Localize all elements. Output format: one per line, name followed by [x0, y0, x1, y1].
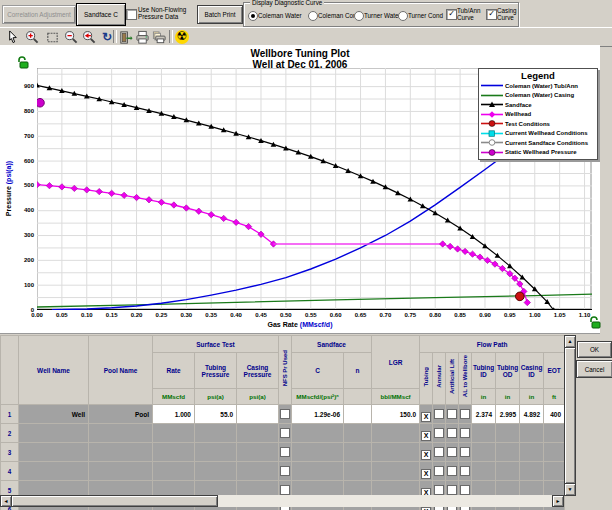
cell-tubing-pressure[interactable] [195, 424, 237, 443]
cell-n[interactable] [344, 462, 372, 481]
cell-tubing-od[interactable] [496, 462, 520, 481]
radio-coleman-water[interactable] [248, 11, 258, 21]
cell-c[interactable] [292, 424, 344, 443]
cell-artificial-lift[interactable] [446, 405, 459, 424]
radio-turner-cond[interactable] [398, 11, 408, 21]
cell-casing-id[interactable] [520, 443, 544, 462]
cell-well[interactable] [19, 462, 89, 481]
grid-vertical-scrollbar[interactable]: ▲ ▼ [564, 335, 576, 495]
al-to-wellbore-checkbox[interactable] [460, 428, 470, 438]
cell-annular[interactable] [433, 405, 446, 424]
annular-checkbox[interactable] [434, 485, 444, 495]
cell-pool[interactable] [89, 443, 153, 462]
cell-annular[interactable] [433, 424, 446, 443]
row-number[interactable]: 3 [1, 443, 19, 462]
cell-annular[interactable] [433, 462, 446, 481]
artificial-lift-checkbox[interactable] [447, 409, 457, 419]
tubing-checkbox[interactable]: X [421, 469, 431, 479]
cell-annular[interactable] [433, 443, 446, 462]
cell-pool[interactable] [89, 424, 153, 443]
cell-pool[interactable]: Pool [89, 405, 153, 424]
cell-casing-id[interactable] [520, 462, 544, 481]
cell-rate[interactable] [153, 462, 195, 481]
cell-artificial-lift[interactable] [446, 443, 459, 462]
cell-al-to-wellbore[interactable] [459, 405, 472, 424]
cell-n[interactable] [344, 424, 372, 443]
nfs-checkbox[interactable] [280, 447, 290, 457]
al-to-wellbore-checkbox[interactable] [460, 466, 470, 476]
nfs-checkbox[interactable] [280, 428, 290, 438]
cell-tubing[interactable]: X [420, 443, 433, 462]
cell-rate[interactable]: 1.000 [153, 405, 195, 424]
cell-nfs[interactable] [279, 405, 292, 424]
scroll-down-button[interactable]: ▼ [564, 483, 576, 496]
cell-lgr[interactable] [372, 443, 420, 462]
cell-tubing-pressure[interactable] [195, 462, 237, 481]
batch-print-icon[interactable] [151, 29, 167, 45]
zoom-in-icon[interactable] [24, 29, 40, 45]
radio-turner-water[interactable] [354, 11, 364, 21]
scroll-right-button[interactable]: ► [552, 495, 564, 507]
artificial-lift-checkbox[interactable] [447, 485, 457, 495]
cell-eot[interactable]: 400 [544, 405, 565, 424]
cell-lgr[interactable] [372, 462, 420, 481]
tubing-checkbox[interactable]: X [421, 412, 431, 422]
sandface-c-button[interactable]: Sandface C [76, 3, 126, 26]
cell-al-to-wellbore[interactable] [459, 462, 472, 481]
cell-well[interactable]: Well [19, 405, 89, 424]
batch-print-button[interactable]: Batch Print [197, 5, 243, 24]
zoom-box-icon[interactable] [44, 29, 60, 45]
cell-casing-pressure[interactable] [237, 443, 279, 462]
horizontal-scroll-thumb[interactable] [11, 495, 218, 507]
tubing-checkbox[interactable]: X [421, 450, 431, 460]
cell-c[interactable]: 1.29e-06 [292, 405, 344, 424]
artificial-lift-checkbox[interactable] [447, 466, 457, 476]
cell-well[interactable] [19, 424, 89, 443]
cell-rate[interactable] [153, 443, 195, 462]
cell-c[interactable] [292, 462, 344, 481]
al-to-wellbore-checkbox[interactable] [460, 485, 470, 495]
nfs-checkbox[interactable] [280, 466, 290, 476]
zoom-out-icon[interactable] [63, 29, 79, 45]
cell-tubing[interactable]: X [420, 405, 433, 424]
cell-tubing-id[interactable] [472, 462, 496, 481]
cell-tubing-id[interactable] [472, 443, 496, 462]
nfs-checkbox[interactable] [280, 485, 290, 495]
cell-casing-pressure[interactable] [237, 424, 279, 443]
cell-lgr[interactable]: 150.0 [372, 405, 420, 424]
cell-casing-id[interactable] [520, 424, 544, 443]
radiation-icon[interactable]: ☢ [174, 29, 190, 45]
artificial-lift-checkbox[interactable] [447, 428, 457, 438]
row-number[interactable]: 1 [1, 405, 19, 424]
cell-well[interactable] [19, 443, 89, 462]
tub-ann-curve-checkbox[interactable]: ✓ [446, 9, 457, 20]
cell-tubing[interactable]: X [420, 424, 433, 443]
cell-tubing-id[interactable]: 2.374 [472, 405, 496, 424]
cell-al-to-wellbore[interactable] [459, 424, 472, 443]
al-to-wellbore-checkbox[interactable] [460, 447, 470, 457]
ok-button[interactable]: OK [577, 341, 612, 358]
cell-artificial-lift[interactable] [446, 424, 459, 443]
cell-n[interactable] [344, 443, 372, 462]
annular-checkbox[interactable] [434, 409, 444, 419]
cell-eot[interactable] [544, 462, 565, 481]
annular-checkbox[interactable] [434, 447, 444, 457]
cell-casing-pressure[interactable] [237, 405, 279, 424]
annular-checkbox[interactable] [434, 466, 444, 476]
cell-artificial-lift[interactable] [446, 462, 459, 481]
cell-tubing[interactable]: X [420, 462, 433, 481]
cell-tubing-od[interactable] [496, 443, 520, 462]
cell-casing-id[interactable]: 4.892 [520, 405, 544, 424]
cell-tubing-od[interactable]: 2.995 [496, 405, 520, 424]
al-to-wellbore-checkbox[interactable] [460, 409, 470, 419]
cell-c[interactable] [292, 443, 344, 462]
correlation-adjustment-button[interactable]: Correlation Adjustment [2, 5, 76, 24]
cell-eot[interactable] [544, 443, 565, 462]
cell-tubing-id[interactable] [472, 424, 496, 443]
radio-coleman-cond[interactable] [308, 11, 318, 21]
cell-nfs[interactable] [279, 443, 292, 462]
cell-n[interactable] [344, 405, 372, 424]
pointer-icon[interactable] [4, 29, 20, 45]
cell-eot[interactable] [544, 424, 565, 443]
cell-nfs[interactable] [279, 462, 292, 481]
